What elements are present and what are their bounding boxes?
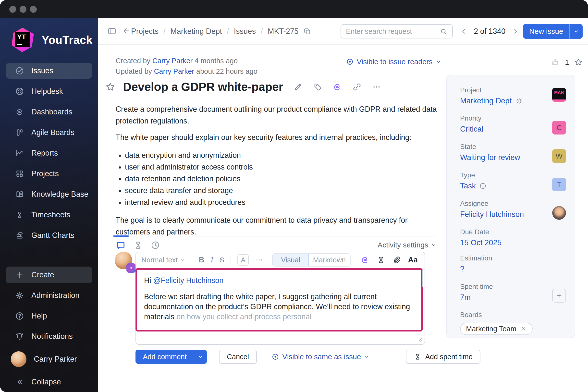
history-tab-icon[interactable]: [150, 240, 160, 250]
back-arrow-icon[interactable]: [122, 26, 131, 35]
next-issue-icon[interactable]: [512, 28, 519, 35]
copy-icon[interactable]: [303, 28, 311, 35]
sidebar-item-reports[interactable]: Reports: [6, 143, 92, 164]
bullet-item: internal review and audit procedures: [125, 196, 439, 208]
sidebar-item-notifications[interactable]: Notifications: [6, 328, 92, 345]
remove-tag-icon[interactable]: [520, 326, 527, 332]
field-state: State Waiting for review: [460, 143, 566, 162]
sidebar-collapse[interactable]: Collapse: [6, 374, 92, 390]
search-input[interactable]: [340, 24, 453, 38]
text-size-button[interactable]: Aa: [408, 256, 418, 264]
project-value[interactable]: Marketing Dept: [460, 96, 512, 105]
updated-by-user-link[interactable]: Carry Parker: [154, 68, 194, 75]
visibility-label: Visible to issue readers: [357, 58, 433, 66]
visual-mode-button[interactable]: Visual: [272, 253, 309, 266]
estimation-value[interactable]: ?: [460, 264, 464, 274]
italic-button[interactable]: I: [211, 256, 213, 264]
star-icon[interactable]: [574, 58, 583, 67]
sidebar-item-helpdesk[interactable]: Helpdesk: [6, 81, 92, 102]
prev-issue-icon[interactable]: [460, 28, 468, 35]
toolbar-divider: [230, 255, 231, 264]
add-work-item-button[interactable]: [552, 289, 566, 302]
window-close-button[interactable]: [9, 6, 16, 13]
created-by-user-link[interactable]: Carry Parker: [152, 57, 192, 65]
attachment-icon[interactable]: [392, 256, 401, 264]
sidebar-item-gantt-charts[interactable]: Gantt Charts: [6, 225, 92, 246]
spent-time-value[interactable]: 7m: [460, 293, 471, 302]
priority-value[interactable]: Critical: [460, 125, 484, 134]
comment-visibility-control[interactable]: Visible to same as issue: [272, 352, 370, 361]
thumbs-up-icon[interactable]: [551, 58, 560, 67]
sidebar-item-timesheets[interactable]: Timesheets: [6, 204, 92, 225]
sidebar-item-agile-boards[interactable]: Agile Boards: [6, 122, 92, 143]
sidebar-item-dashboards[interactable]: Dashboards: [6, 102, 92, 122]
sidebar-item-label: Agile Boards: [31, 128, 74, 137]
strikethrough-button[interactable]: S: [220, 256, 224, 264]
gantt-bars-icon: [15, 231, 24, 240]
more-formatting-icon[interactable]: [255, 256, 264, 264]
gear-icon: [15, 291, 24, 300]
edit-pencil-icon[interactable]: [294, 82, 303, 92]
sidebar-item-administration[interactable]: Administration: [6, 287, 92, 304]
comment-visibility-label: Visible to same as issue: [282, 352, 361, 361]
add-spent-time-button[interactable]: Add spent time: [406, 350, 480, 364]
new-issue-dropdown[interactable]: [570, 24, 582, 39]
panel-toggle-icon[interactable]: [107, 26, 116, 36]
project-settings-gear-icon[interactable]: [515, 97, 523, 105]
bell-icon: [15, 332, 24, 341]
add-comment-button[interactable]: Add comment: [136, 350, 194, 364]
ai-suggestion-text: on how you collect and process personal: [174, 312, 312, 321]
editor-scrollbar[interactable]: [422, 270, 423, 288]
state-value[interactable]: Waiting for review: [460, 153, 520, 162]
star-toggle-icon[interactable]: [105, 82, 116, 92]
sidebar-item-issues[interactable]: Issues: [6, 63, 92, 79]
due-date-value[interactable]: 15 Oct 2025: [460, 238, 502, 247]
app-window: YT YouTrack Issues Helpdesk Dashboards A…: [0, 0, 588, 392]
more-actions-icon[interactable]: [372, 82, 381, 92]
paragraph-style-select[interactable]: Normal text: [141, 256, 186, 264]
create-button[interactable]: Create: [6, 266, 92, 283]
ai-assistant-icon[interactable]: [360, 255, 370, 264]
sidebar-item-projects[interactable]: Projects: [6, 164, 92, 184]
type-value[interactable]: Task: [460, 182, 476, 190]
activity-divider: [116, 236, 436, 236]
field-priority: Priority Critical: [460, 114, 566, 134]
field-label: Project: [460, 86, 566, 94]
comments-tab-icon[interactable]: [116, 240, 126, 251]
breadcrumb-projects[interactable]: Projects: [131, 27, 158, 36]
add-spent-time-icon[interactable]: [376, 256, 386, 264]
titlebar: [0, 0, 588, 18]
breadcrumb-marketing-dept[interactable]: Marketing Dept: [170, 27, 222, 36]
breadcrumb-issue-id[interactable]: MKT-275: [268, 27, 299, 36]
assignee-value[interactable]: Felicity Hutchinson: [460, 210, 524, 219]
mention-link[interactable]: @Felicity Hutchinson: [153, 276, 224, 284]
spent-time-tab-icon[interactable]: [133, 240, 143, 250]
cancel-button[interactable]: Cancel: [219, 350, 257, 364]
breadcrumb-issues[interactable]: Issues: [234, 27, 256, 36]
sidebar-item-help[interactable]: Help: [6, 308, 92, 324]
plus-icon: [15, 270, 24, 279]
add-comment-dropdown[interactable]: [194, 350, 207, 364]
new-issue-button[interactable]: New issue: [523, 24, 570, 39]
comment-input[interactable]: Hi @Felicity Hutchinson Before we start …: [136, 268, 422, 332]
window-minimize-button[interactable]: [20, 6, 26, 13]
sidebar-user[interactable]: Carry Parker: [6, 351, 92, 368]
activity-settings[interactable]: Activity settings: [375, 241, 436, 249]
ai-assistant-icon[interactable]: [333, 82, 342, 92]
info-icon[interactable]: [479, 182, 486, 190]
markdown-mode-button[interactable]: Markdown: [308, 254, 350, 266]
board-tag[interactable]: Marketing Team: [460, 323, 533, 335]
issue-reactions: 1: [551, 58, 583, 67]
description-paragraph: The goal is to clearly communicate our c…: [116, 214, 439, 238]
text-color-button[interactable]: A: [238, 254, 249, 266]
sidebar-item-knowledge-base[interactable]: Knowledge Base: [6, 184, 92, 204]
link-icon[interactable]: [352, 82, 362, 92]
project-avatar-badge: MAR: [552, 88, 566, 102]
tag-icon[interactable]: [313, 82, 322, 92]
add-comment-button-group: Add comment: [136, 350, 207, 364]
issue-pagination: 2 of 1340: [460, 18, 519, 44]
issue-visibility-control[interactable]: Visible to issue readers: [346, 58, 442, 66]
resize-handle-icon[interactable]: [416, 336, 422, 342]
window-zoom-button[interactable]: [30, 6, 37, 13]
bold-button[interactable]: B: [199, 256, 204, 264]
